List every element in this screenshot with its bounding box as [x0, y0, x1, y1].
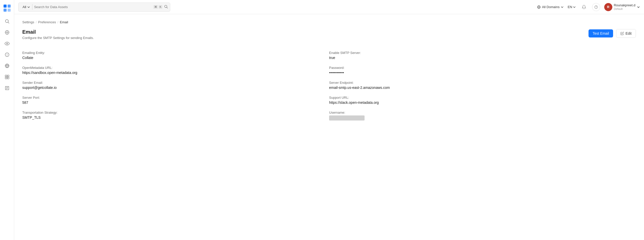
field-value-emailing-entity: Collate	[22, 56, 329, 60]
field-label-support-url: Support URL:	[329, 96, 636, 99]
language-selector[interactable]: EN	[568, 5, 576, 9]
sidebar-item-docs[interactable]	[2, 83, 12, 93]
field-label-username: Username:	[329, 111, 636, 114]
field-server-endpoint: Server Endpoint: email-smtp.us-east-2.am…	[329, 78, 636, 93]
page-title: Email	[22, 29, 94, 35]
cmd-key: ⌘	[153, 5, 158, 9]
field-value-sender-email: support@getcollate.io	[22, 86, 329, 90]
chevron-down-icon	[637, 6, 640, 9]
svg-rect-21	[5, 77, 7, 79]
svg-line-5	[8, 22, 9, 24]
fields-grid: Emailing Entity: Collate OpenMetadata UR…	[22, 48, 636, 124]
search-filter-label: All	[23, 5, 26, 9]
field-label-server-endpoint: Server Endpoint:	[329, 81, 636, 85]
user-menu[interactable]: R Rounakpreet.d Default	[604, 3, 640, 11]
field-openmetadata-url: OpenMetadata URL: https://sandbox.open-m…	[22, 63, 329, 78]
search-input[interactable]	[34, 5, 151, 9]
svg-point-28	[595, 6, 598, 9]
content-area: Settings / Preferences / Email Email Con…	[14, 14, 644, 240]
bell-icon	[582, 5, 586, 9]
header-actions: Test Email Edit	[589, 29, 636, 38]
topbar: All ⌘ K All Domains E	[14, 0, 644, 14]
field-label-emailing-entity: Emailing Entity:	[22, 51, 329, 55]
edit-icon	[620, 32, 624, 35]
user-role: Default	[614, 7, 635, 11]
help-button[interactable]	[592, 3, 600, 11]
svg-point-6	[6, 32, 8, 33]
lang-label: EN	[568, 5, 572, 9]
field-username: Username:	[329, 108, 636, 124]
field-label-server-port: Server Port:	[22, 96, 329, 99]
svg-line-24	[167, 7, 168, 8]
breadcrumb-current: Email	[60, 20, 68, 24]
svg-point-23	[165, 5, 167, 8]
svg-rect-0	[4, 5, 7, 8]
sidebar-item-data-quality[interactable]	[2, 72, 12, 82]
svg-point-29	[596, 8, 596, 8]
field-label-password: Password:	[329, 66, 636, 70]
question-icon	[594, 5, 598, 9]
edit-button[interactable]: Edit	[616, 29, 636, 38]
svg-rect-1	[8, 5, 11, 8]
field-transportation-strategy: Transportation Strategy: SMTP_TLS	[22, 108, 329, 123]
search-submit-icon[interactable]	[164, 5, 168, 9]
chevron-down-icon	[561, 6, 564, 9]
sidebar-item-observe[interactable]	[2, 38, 12, 49]
page-title-block: Email Configure the SMTP Settings for se…	[22, 29, 94, 40]
sidebar-item-explore[interactable]	[2, 16, 12, 26]
chevron-down-icon	[573, 6, 576, 9]
sidebar-item-search[interactable]	[2, 27, 12, 37]
field-value-support-url: https://slack.open-metadata.org	[329, 101, 636, 105]
breadcrumb: Settings / Preferences / Email	[22, 20, 636, 24]
field-label-transportation-strategy: Transportation Strategy:	[22, 111, 329, 114]
field-server-port: Server Port: 587	[22, 93, 329, 108]
user-name: Rounakpreet.d	[614, 3, 635, 7]
main-panel: All ⌘ K All Domains E	[14, 0, 644, 240]
field-password: Password: ••••••••••••	[329, 63, 636, 78]
field-sender-email: Sender Email: support@getcollate.io	[22, 78, 329, 93]
edit-label: Edit	[626, 31, 632, 35]
app-logo[interactable]	[2, 3, 12, 13]
field-value-server-endpoint: email-smtp.us-east-2.amazonaws.com	[329, 86, 636, 90]
sidebar-item-insights[interactable]	[2, 50, 12, 60]
page-header: Email Configure the SMTP Settings for se…	[22, 29, 636, 40]
field-label-openmetadata-url: OpenMetadata URL:	[22, 66, 329, 70]
sidebar	[0, 0, 14, 240]
svg-rect-22	[7, 77, 9, 79]
search-filter-all[interactable]: All	[21, 4, 32, 10]
field-value-server-port: 587	[22, 101, 329, 105]
svg-point-4	[5, 19, 8, 23]
field-value-transportation-strategy: SMTP_TLS	[22, 115, 329, 119]
sidebar-item-globe[interactable]	[2, 61, 12, 71]
breadcrumb-separator-1: /	[36, 20, 37, 24]
field-value-username-placeholder	[329, 115, 365, 121]
chevron-down-icon	[27, 6, 30, 9]
field-label-enable-smtp: Enable SMTP Server:	[329, 51, 636, 55]
field-value-enable-smtp: true	[329, 56, 636, 60]
svg-point-12	[6, 43, 8, 44]
breadcrumb-preferences[interactable]: Preferences	[38, 20, 56, 24]
breadcrumb-settings[interactable]: Settings	[22, 20, 34, 24]
domain-selector[interactable]: All Domains	[537, 5, 563, 9]
svg-rect-20	[7, 75, 9, 77]
notifications-button[interactable]	[580, 3, 588, 11]
fields-left: Emailing Entity: Collate OpenMetadata UR…	[22, 48, 329, 124]
globe-icon	[537, 5, 541, 9]
svg-rect-19	[5, 75, 7, 77]
search-bar: All ⌘ K	[18, 3, 170, 12]
svg-rect-3	[8, 9, 11, 12]
svg-rect-2	[4, 9, 7, 12]
field-value-password: ••••••••••••	[329, 71, 636, 75]
svg-point-15	[7, 55, 7, 56]
field-emailing-entity: Emailing Entity: Collate	[22, 48, 329, 63]
fields-right: Enable SMTP Server: true Password: •••••…	[329, 48, 636, 124]
field-enable-smtp: Enable SMTP Server: true	[329, 48, 636, 63]
test-email-button[interactable]: Test Email	[589, 29, 613, 37]
user-name-block: Rounakpreet.d Default	[614, 3, 635, 11]
field-label-sender-email: Sender Email:	[22, 81, 329, 85]
avatar: R	[604, 3, 612, 11]
page-subtitle: Configure the SMTP Settings for sending …	[22, 36, 94, 40]
search-shortcut: ⌘ K	[153, 5, 162, 9]
topbar-right: All Domains EN R Rounakpreet.d	[537, 3, 640, 11]
k-key: K	[159, 5, 162, 9]
